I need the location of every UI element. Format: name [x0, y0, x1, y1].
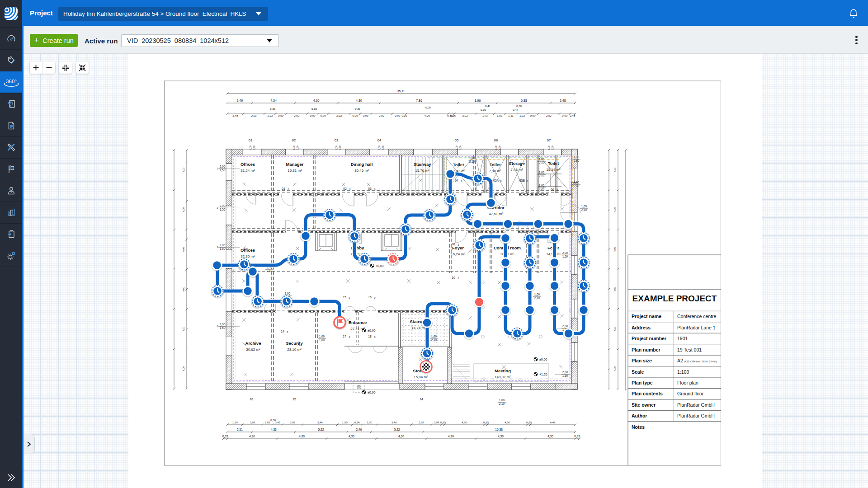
svg-text:1,00: 1,00 — [574, 181, 580, 184]
svg-text:15: 15 — [292, 398, 296, 401]
svg-text:0,99: 0,99 — [434, 421, 439, 424]
svg-text:1,00: 1,00 — [574, 155, 580, 159]
svg-text:2: 2 — [217, 246, 218, 249]
svg-text:03: 03 — [335, 138, 338, 142]
svg-text:1,00: 1,00 — [455, 145, 458, 150]
svg-text:0,30: 0,30 — [339, 145, 341, 150]
svg-text:Conference centre: Conference centre — [677, 314, 717, 319]
svg-text:Plan number: Plan number — [632, 347, 660, 352]
svg-text:18: 18 — [368, 335, 372, 338]
svg-text:±0,00: ±0,00 — [376, 264, 384, 267]
svg-text:07: 07 — [547, 138, 551, 142]
svg-text:2,00: 2,00 — [220, 244, 226, 247]
svg-text:15: 15 — [343, 296, 346, 299]
svg-text:Toilet: Toilet — [453, 162, 464, 167]
svg-text:2: 2 — [217, 206, 218, 209]
svg-text:2,00: 2,00 — [220, 165, 226, 168]
svg-text:14: 14 — [281, 330, 284, 333]
svg-text:1,50: 1,50 — [367, 421, 373, 424]
svg-text:0,30: 0,30 — [481, 108, 486, 111]
svg-text:2,02: 2,02 — [294, 114, 300, 117]
svg-text:0,30: 0,30 — [270, 418, 276, 422]
svg-text:2,00: 2,00 — [562, 251, 568, 254]
svg-text:1,00: 1,00 — [469, 156, 475, 160]
svg-text:±0,00: ±0,00 — [368, 329, 376, 332]
svg-text:1,11: 1,11 — [508, 114, 514, 117]
svg-text:Archive: Archive — [245, 341, 261, 346]
svg-text:0: 0 — [374, 188, 376, 191]
svg-text:0: 0 — [287, 331, 288, 333]
svg-text:Toilet: Toilet — [490, 162, 501, 167]
svg-text:14: 14 — [420, 398, 423, 401]
svg-text:0,99: 0,99 — [530, 114, 536, 117]
svg-text:1,73: 1,73 — [482, 114, 488, 117]
svg-text:4,00: 4,00 — [182, 168, 185, 172]
svg-text:1,00: 1,00 — [335, 145, 338, 150]
svg-text:4,30: 4,30 — [356, 99, 362, 102]
svg-text:0,30: 0,30 — [311, 107, 317, 110]
svg-text:0,30: 0,30 — [483, 421, 489, 424]
svg-text:EXAMPLE PROJECT: EXAMPLE PROJECT — [632, 294, 717, 303]
svg-text:08: 08 — [452, 243, 455, 246]
svg-text:19 Test 001: 19 Test 001 — [677, 347, 702, 352]
svg-text:0: 0 — [557, 189, 558, 192]
svg-text:30,62 m²: 30,62 m² — [246, 347, 260, 352]
svg-text:15,04 m²: 15,04 m² — [414, 375, 428, 379]
svg-text:2,00: 2,00 — [562, 324, 568, 328]
svg-text:Floor plan: Floor plan — [677, 380, 698, 385]
svg-text:Plan type: Plan type — [632, 380, 653, 385]
svg-text:0,99: 0,99 — [352, 114, 358, 117]
svg-text:2,02: 2,02 — [546, 114, 552, 117]
svg-text:2: 2 — [217, 167, 218, 170]
svg-text:1,00: 1,00 — [499, 399, 505, 402]
svg-text:05A: 05A — [493, 179, 499, 182]
svg-text:1,00: 1,00 — [431, 335, 437, 338]
svg-text:0,30: 0,30 — [270, 107, 276, 110]
svg-text:7,90 m²: 7,90 m² — [489, 169, 501, 173]
svg-text:7,86: 7,86 — [416, 99, 422, 102]
svg-text:4,30: 4,30 — [249, 435, 255, 438]
svg-text:23,10 m²: 23,10 m² — [287, 347, 302, 352]
svg-text:Plan contents: Plan contents — [632, 391, 663, 396]
svg-text:1,00: 1,00 — [534, 293, 540, 296]
svg-text:80,46 m²: 80,46 m² — [354, 169, 369, 173]
svg-text:0: 0 — [349, 336, 350, 338]
svg-text:2,03: 2,03 — [251, 114, 257, 117]
svg-text:5,38: 5,38 — [521, 99, 527, 102]
svg-text:0: 0 — [288, 188, 289, 191]
svg-text:4,34: 4,34 — [270, 99, 277, 102]
svg-text:Manager: Manager — [286, 162, 303, 167]
svg-text:3,96: 3,96 — [475, 99, 481, 102]
svg-text:Site owner: Site owner — [632, 402, 656, 408]
svg-text:4,00: 4,00 — [182, 287, 185, 291]
svg-text:35,11: 35,11 — [397, 89, 405, 93]
svg-text:1901: 1901 — [677, 336, 688, 341]
svg-text:0,30: 0,30 — [401, 114, 407, 117]
svg-text:15,76 m²: 15,76 m² — [415, 169, 429, 173]
svg-text:2,48: 2,48 — [560, 99, 566, 102]
svg-text:0,30: 0,30 — [516, 104, 522, 108]
svg-text:0,41: 0,41 — [485, 104, 491, 108]
svg-text:1,01: 1,01 — [265, 421, 271, 424]
svg-text:16: 16 — [250, 398, 253, 401]
svg-text:0,48: 0,48 — [570, 114, 576, 117]
svg-text:2,02: 2,02 — [379, 114, 385, 117]
svg-text:4,00: 4,00 — [613, 287, 616, 291]
svg-text:4,00: 4,00 — [182, 327, 185, 331]
svg-text:0: 0 — [458, 244, 459, 246]
svg-text:2,46: 2,46 — [356, 428, 362, 431]
svg-text:0,26: 0,26 — [450, 114, 456, 117]
svg-text:03: 03 — [368, 187, 372, 190]
svg-text:4,00: 4,00 — [613, 168, 616, 172]
svg-text:4,30: 4,30 — [349, 435, 354, 438]
svg-text:0,26: 0,26 — [425, 106, 431, 109]
svg-text:1,00: 1,00 — [378, 145, 381, 150]
svg-text:0,96: 0,96 — [354, 421, 360, 424]
svg-text:4,00: 4,00 — [462, 421, 467, 424]
svg-text:2: 2 — [217, 325, 218, 328]
svg-text:0,30: 0,30 — [498, 145, 501, 150]
svg-text:Notes: Notes — [632, 424, 645, 430]
svg-text:1,00: 1,00 — [539, 184, 545, 187]
svg-text:5,22: 5,22 — [318, 428, 324, 431]
svg-text:1,02: 1,02 — [267, 114, 273, 117]
